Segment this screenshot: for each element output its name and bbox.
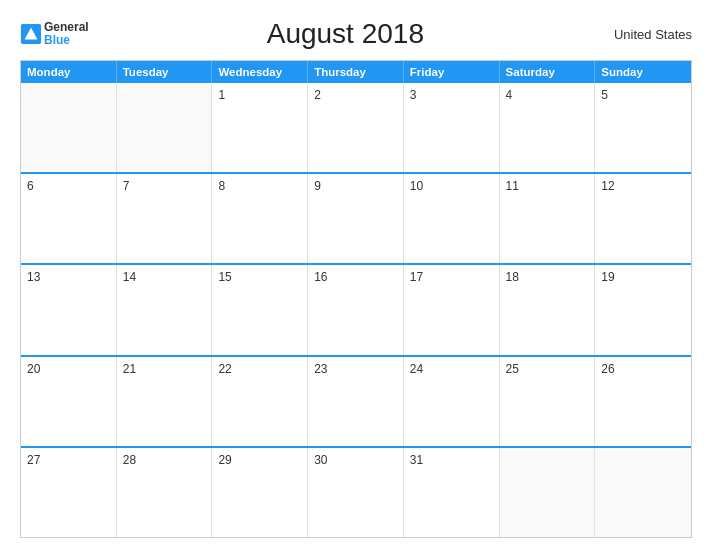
day-number: 26 bbox=[601, 362, 614, 376]
cal-cell bbox=[500, 448, 596, 537]
day-header-tuesday: Tuesday bbox=[117, 61, 213, 83]
cal-cell: 13 bbox=[21, 265, 117, 354]
cal-cell: 3 bbox=[404, 83, 500, 172]
country-label: United States bbox=[602, 27, 692, 42]
day-number: 6 bbox=[27, 179, 34, 193]
day-number: 16 bbox=[314, 270, 327, 284]
cal-cell bbox=[117, 83, 213, 172]
day-number: 1 bbox=[218, 88, 225, 102]
month-title: August 2018 bbox=[89, 18, 602, 50]
week-row-2: 6789101112 bbox=[21, 172, 691, 263]
cal-cell: 28 bbox=[117, 448, 213, 537]
week-row-5: 2728293031 bbox=[21, 446, 691, 537]
cal-cell: 22 bbox=[212, 357, 308, 446]
cal-cell: 4 bbox=[500, 83, 596, 172]
logo: General Blue bbox=[20, 21, 89, 47]
day-number: 11 bbox=[506, 179, 519, 193]
cal-cell: 10 bbox=[404, 174, 500, 263]
day-number: 28 bbox=[123, 453, 136, 467]
cal-cell: 16 bbox=[308, 265, 404, 354]
day-number: 3 bbox=[410, 88, 417, 102]
cal-cell: 18 bbox=[500, 265, 596, 354]
day-header-wednesday: Wednesday bbox=[212, 61, 308, 83]
day-number: 15 bbox=[218, 270, 231, 284]
cal-cell bbox=[595, 448, 691, 537]
cal-cell: 26 bbox=[595, 357, 691, 446]
calendar: MondayTuesdayWednesdayThursdayFridaySatu… bbox=[20, 60, 692, 538]
cal-cell: 9 bbox=[308, 174, 404, 263]
cal-cell bbox=[21, 83, 117, 172]
day-number: 5 bbox=[601, 88, 608, 102]
day-header-monday: Monday bbox=[21, 61, 117, 83]
day-number: 22 bbox=[218, 362, 231, 376]
cal-cell: 1 bbox=[212, 83, 308, 172]
day-number: 31 bbox=[410, 453, 423, 467]
logo-blue-text: Blue bbox=[44, 34, 89, 47]
day-number: 12 bbox=[601, 179, 614, 193]
day-number: 2 bbox=[314, 88, 321, 102]
day-number: 9 bbox=[314, 179, 321, 193]
cal-cell: 29 bbox=[212, 448, 308, 537]
cal-cell: 12 bbox=[595, 174, 691, 263]
day-header-saturday: Saturday bbox=[500, 61, 596, 83]
cal-cell: 19 bbox=[595, 265, 691, 354]
day-header-friday: Friday bbox=[404, 61, 500, 83]
day-number: 8 bbox=[218, 179, 225, 193]
week-row-1: 12345 bbox=[21, 83, 691, 172]
cal-cell: 15 bbox=[212, 265, 308, 354]
day-number: 14 bbox=[123, 270, 136, 284]
day-number: 23 bbox=[314, 362, 327, 376]
cal-cell: 8 bbox=[212, 174, 308, 263]
cal-cell: 25 bbox=[500, 357, 596, 446]
day-number: 4 bbox=[506, 88, 513, 102]
logo-icon bbox=[20, 23, 42, 45]
day-header-sunday: Sunday bbox=[595, 61, 691, 83]
cal-cell: 7 bbox=[117, 174, 213, 263]
day-number: 10 bbox=[410, 179, 423, 193]
day-number: 20 bbox=[27, 362, 40, 376]
cal-cell: 27 bbox=[21, 448, 117, 537]
week-row-4: 20212223242526 bbox=[21, 355, 691, 446]
day-number: 25 bbox=[506, 362, 519, 376]
cal-cell: 2 bbox=[308, 83, 404, 172]
cal-cell: 23 bbox=[308, 357, 404, 446]
day-number: 19 bbox=[601, 270, 614, 284]
day-number: 30 bbox=[314, 453, 327, 467]
day-number: 21 bbox=[123, 362, 136, 376]
cal-cell: 5 bbox=[595, 83, 691, 172]
day-number: 29 bbox=[218, 453, 231, 467]
cal-cell: 17 bbox=[404, 265, 500, 354]
cal-cell: 6 bbox=[21, 174, 117, 263]
day-number: 18 bbox=[506, 270, 519, 284]
day-number: 27 bbox=[27, 453, 40, 467]
day-header-thursday: Thursday bbox=[308, 61, 404, 83]
cal-cell: 24 bbox=[404, 357, 500, 446]
page-header: General Blue August 2018 United States bbox=[20, 18, 692, 50]
calendar-header: MondayTuesdayWednesdayThursdayFridaySatu… bbox=[21, 61, 691, 83]
day-number: 13 bbox=[27, 270, 40, 284]
cal-cell: 30 bbox=[308, 448, 404, 537]
day-number: 17 bbox=[410, 270, 423, 284]
cal-cell: 31 bbox=[404, 448, 500, 537]
day-number: 24 bbox=[410, 362, 423, 376]
calendar-body: 1234567891011121314151617181920212223242… bbox=[21, 83, 691, 537]
cal-cell: 11 bbox=[500, 174, 596, 263]
week-row-3: 13141516171819 bbox=[21, 263, 691, 354]
cal-cell: 14 bbox=[117, 265, 213, 354]
day-number: 7 bbox=[123, 179, 130, 193]
cal-cell: 20 bbox=[21, 357, 117, 446]
cal-cell: 21 bbox=[117, 357, 213, 446]
